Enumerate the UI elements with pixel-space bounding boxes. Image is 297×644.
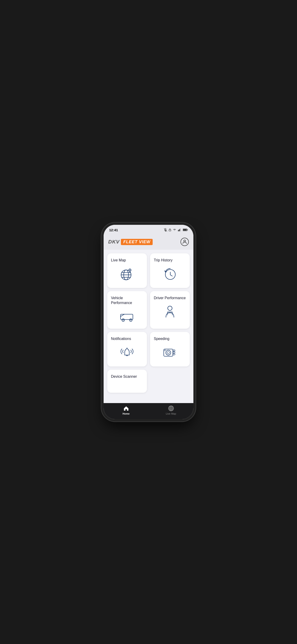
- globe-location-icon: [119, 266, 135, 282]
- svg-rect-3: [169, 230, 171, 231]
- tab-live-map[interactable]: Live Map: [148, 406, 194, 415]
- home-icon: [123, 406, 129, 411]
- svg-point-26: [168, 306, 172, 310]
- live-map-card[interactable]: Live Map: [107, 253, 147, 288]
- van-icon: [119, 309, 135, 324]
- svg-rect-33: [173, 352, 175, 353]
- tab-live-map-label: Live Map: [166, 412, 176, 415]
- logo-dkv: DKV: [108, 239, 120, 245]
- driver-performance-title: Driver Performance: [154, 296, 186, 300]
- tab-home-label: Home: [122, 412, 130, 415]
- driver-performance-card[interactable]: Driver Performance: [150, 291, 190, 329]
- svg-rect-6: [179, 230, 179, 231]
- svg-rect-34: [173, 354, 175, 355]
- globe-tab-icon: [168, 406, 174, 411]
- feature-grid: Live Map Trip: [107, 253, 190, 393]
- speeding-card[interactable]: Speeding: [150, 332, 190, 366]
- trip-history-title: Trip History: [154, 258, 172, 263]
- svg-rect-5: [178, 230, 178, 231]
- profile-button[interactable]: [180, 238, 189, 246]
- status-icons: [164, 228, 188, 232]
- live-map-icon-container: [111, 266, 143, 282]
- clock-history-icon: [162, 266, 178, 282]
- logo-fleet: FLEET VIEW: [121, 239, 153, 245]
- phone-frame: 12:41: [104, 225, 194, 419]
- app-header: DKV FLEET VIEW: [104, 235, 194, 250]
- vehicle-performance-icon-container: [111, 309, 143, 324]
- device-scanner-title: Device Scanner: [111, 374, 137, 379]
- notifications-icon-container: [111, 345, 143, 360]
- bell-ring-icon: [119, 345, 135, 360]
- speed-camera-icon: [162, 345, 178, 360]
- mute-icon: [164, 228, 167, 232]
- lock-icon: [168, 228, 171, 232]
- trip-history-icon-container: [154, 266, 186, 282]
- battery-icon: [183, 228, 188, 231]
- live-map-title: Live Map: [111, 258, 126, 263]
- device-scanner-card[interactable]: Device Scanner: [107, 370, 147, 393]
- status-time: 12:41: [109, 228, 118, 232]
- svg-rect-32: [173, 350, 175, 351]
- svg-point-23: [123, 320, 124, 320]
- svg-rect-10: [183, 229, 187, 230]
- svg-point-31: [167, 352, 170, 354]
- notifications-card[interactable]: Notifications: [107, 332, 147, 366]
- svg-point-25: [130, 320, 131, 320]
- speeding-title: Speeding: [154, 336, 170, 341]
- wifi-icon: [173, 228, 176, 231]
- main-content: Live Map Trip: [104, 250, 194, 402]
- profile-icon: [182, 239, 188, 244]
- tab-home[interactable]: Home: [104, 406, 148, 415]
- svg-rect-27: [168, 312, 172, 313]
- driver-performance-icon-container: [154, 304, 186, 319]
- notifications-title: Notifications: [111, 336, 131, 341]
- status-bar: 12:41: [104, 225, 194, 235]
- vehicle-performance-title: Vehicle Performance: [111, 296, 143, 306]
- svg-point-12: [184, 240, 186, 242]
- trip-history-card[interactable]: Trip History: [150, 253, 190, 288]
- svg-rect-11: [188, 230, 188, 230]
- bottom-tab-bar: Home Live Map: [104, 403, 194, 419]
- svg-point-30: [166, 350, 170, 355]
- svg-rect-7: [179, 229, 180, 231]
- svg-point-19: [130, 270, 130, 270]
- vehicle-performance-card[interactable]: Vehicle Performance: [107, 291, 147, 329]
- svg-rect-8: [180, 228, 180, 231]
- speeding-icon-container: [154, 345, 186, 360]
- signal-icon: [178, 228, 182, 231]
- person-icon: [162, 304, 178, 319]
- logo: DKV FLEET VIEW: [108, 239, 153, 245]
- svg-rect-35: [164, 350, 166, 351]
- svg-point-4: [174, 231, 175, 231]
